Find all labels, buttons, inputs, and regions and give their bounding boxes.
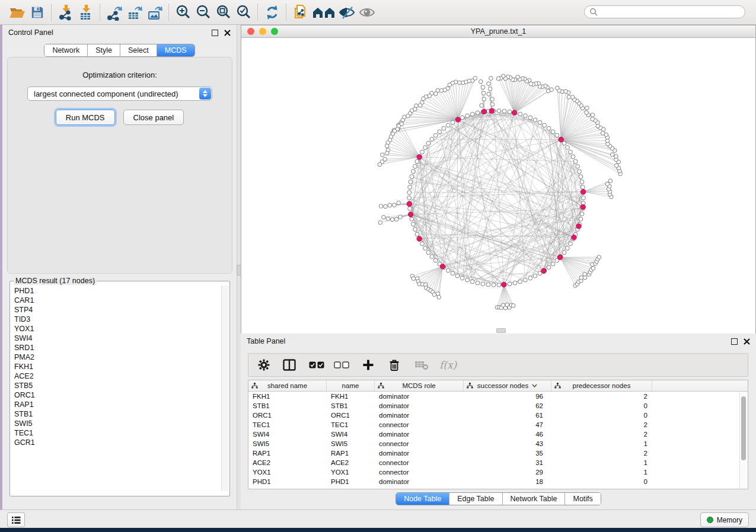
graph-node[interactable]	[460, 276, 464, 280]
graph-node[interactable]	[385, 144, 389, 148]
graph-node[interactable]	[476, 281, 480, 285]
tab-edge-table[interactable]: Edge Table	[449, 493, 502, 505]
import-network-icon[interactable]	[56, 3, 76, 22]
zoom-in-icon[interactable]	[173, 3, 193, 22]
graph-node[interactable]	[585, 106, 589, 110]
export-image-icon[interactable]	[145, 3, 165, 22]
graph-node[interactable]	[614, 155, 618, 159]
graph-node[interactable]	[569, 242, 573, 246]
graph-node[interactable]	[562, 141, 566, 145]
tab-network-table[interactable]: Network Table	[503, 493, 566, 505]
mcds-result-item[interactable]: PHD1	[14, 286, 229, 296]
graph-node[interactable]	[528, 116, 532, 120]
delete-column-icon[interactable]	[388, 356, 400, 374]
graph-hub-node[interactable]	[409, 212, 413, 217]
graph-node[interactable]	[511, 304, 515, 308]
close-panel-icon[interactable]	[224, 30, 231, 36]
run-mcds-button[interactable]: Run MCDS	[56, 110, 115, 125]
graph-hub-node[interactable]	[489, 108, 494, 113]
close-table-panel-icon[interactable]	[744, 338, 750, 345]
graph-node[interactable]	[415, 159, 419, 164]
mcds-result-item[interactable]: ACE2	[14, 371, 229, 381]
search-input[interactable]	[598, 7, 745, 17]
column-header-name[interactable]: name	[327, 380, 375, 391]
graph-node[interactable]	[591, 267, 595, 271]
graph-node[interactable]	[513, 281, 517, 285]
graph-node[interactable]	[591, 113, 595, 117]
graph-hub-node[interactable]	[580, 204, 585, 209]
graph-node[interactable]	[465, 278, 470, 282]
table-row[interactable]: SWI4SWI4dominator462	[248, 430, 748, 439]
graph-hub-node[interactable]	[576, 224, 581, 229]
graph-node[interactable]	[523, 114, 527, 118]
graph-node[interactable]	[496, 76, 500, 81]
graph-hub-node[interactable]	[455, 117, 460, 122]
graph-node[interactable]	[487, 82, 491, 86]
graph-node[interactable]	[481, 85, 485, 89]
mcds-result-item[interactable]: STB1	[14, 409, 229, 419]
zoom-fit-icon[interactable]	[213, 3, 234, 22]
graph-node[interactable]	[580, 185, 585, 190]
graph-hub-node[interactable]	[502, 282, 506, 287]
graph-hub-node[interactable]	[572, 235, 576, 240]
table-scrollbar[interactable]	[739, 392, 748, 489]
graph-node[interactable]	[381, 215, 385, 219]
graph-node[interactable]	[386, 217, 390, 221]
graph-node[interactable]	[451, 271, 455, 275]
function-builder-icon[interactable]: f(x)	[439, 356, 457, 374]
graph-node[interactable]	[571, 155, 575, 159]
graph-node[interactable]	[426, 251, 430, 255]
graph-node[interactable]	[448, 83, 452, 87]
graph-node[interactable]	[470, 280, 474, 284]
graph-node[interactable]	[378, 220, 382, 225]
table-row[interactable]: YOX1YOX1connector291	[248, 467, 748, 477]
network-window-titlebar[interactable]: YPA_prune.txt_1	[241, 25, 755, 38]
tab-style[interactable]: Style	[88, 44, 120, 56]
mcds-result-item[interactable]: STP4	[14, 305, 229, 315]
graph-node[interactable]	[420, 242, 425, 246]
horizontal-splitter-handle[interactable]	[496, 328, 506, 333]
graph-hub-node[interactable]	[580, 190, 585, 194]
graph-node[interactable]	[479, 79, 483, 84]
graph-node[interactable]	[385, 151, 389, 155]
graph-node[interactable]	[398, 215, 403, 219]
mcds-result-item[interactable]: FKH1	[14, 362, 229, 371]
tab-motifs[interactable]: Motifs	[565, 493, 600, 505]
graph-node[interactable]	[492, 283, 496, 287]
graph-node[interactable]	[614, 164, 618, 168]
graph-node[interactable]	[573, 159, 578, 164]
graph-hub-node[interactable]	[481, 109, 486, 114]
column-header-successor-nodes[interactable]: successor nodes	[464, 380, 551, 391]
memory-button[interactable]: Memory	[700, 512, 749, 527]
graph-node[interactable]	[408, 185, 412, 190]
graph-node[interactable]	[432, 293, 436, 297]
graph-node[interactable]	[518, 280, 522, 284]
graph-node[interactable]	[481, 91, 486, 95]
graph-node[interactable]	[470, 112, 474, 116]
graph-node[interactable]	[538, 120, 542, 124]
graph-node[interactable]	[547, 265, 551, 270]
tab-node-table[interactable]: Node Table	[396, 493, 449, 505]
graph-hub-node[interactable]	[407, 201, 412, 206]
delete-table-icon[interactable]	[414, 356, 429, 374]
float-panel-icon[interactable]	[212, 30, 218, 36]
graph-node[interactable]	[413, 227, 417, 232]
graph-node[interactable]	[426, 141, 430, 145]
close-panel-button[interactable]: Close panel	[123, 110, 184, 125]
graph-node[interactable]	[409, 180, 413, 184]
graph-node[interactable]	[569, 150, 573, 154]
graph-node[interactable]	[556, 86, 560, 90]
graph-node[interactable]	[407, 196, 412, 200]
graph-node[interactable]	[412, 222, 416, 226]
graph-node[interactable]	[379, 204, 383, 209]
export-table-icon[interactable]	[125, 3, 145, 22]
show-all-icon[interactable]	[357, 3, 377, 22]
table-row[interactable]: PHD1PHD1dominator180	[248, 477, 748, 486]
graph-node[interactable]	[578, 169, 582, 174]
graph-node[interactable]	[388, 203, 392, 207]
save-session-icon[interactable]	[27, 3, 47, 22]
graph-node[interactable]	[486, 283, 490, 287]
graph-node[interactable]	[418, 103, 422, 107]
optimization-criterion-select[interactable]: largest connected component (undirected)	[27, 86, 212, 101]
table-row[interactable]: TEC1TEC1connector472	[248, 420, 748, 430]
